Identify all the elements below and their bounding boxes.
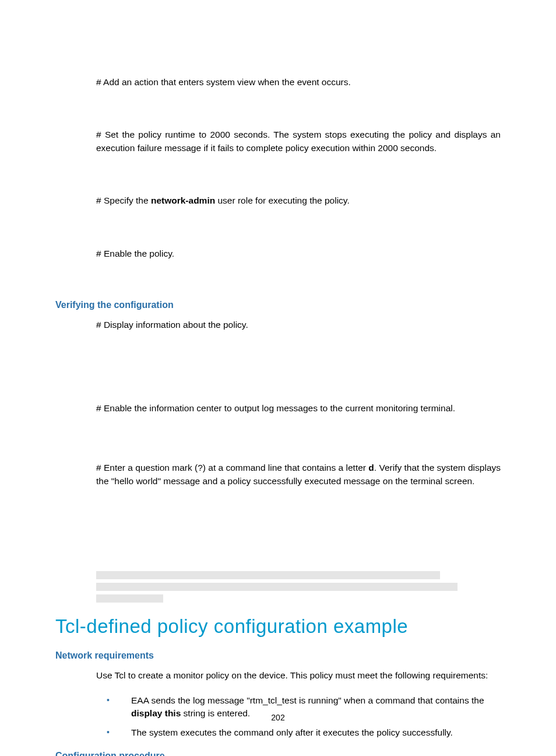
redacted-content-block [96,571,501,603]
step-enable-policy: # Enable the policy. [96,247,501,260]
heading-verifying-config: Verifying the configuration [55,300,501,310]
step-verify-question: # Enter a question mark (?) at a command… [96,461,501,488]
redacted-line [96,583,458,591]
bold-network-admin: network-admin [151,195,215,205]
step-set-runtime: # Set the policy runtime to 2000 seconds… [96,128,501,155]
text: user role for executing the policy. [215,195,350,205]
heading-network-requirements: Network requirements [55,650,501,661]
heading-tcl-defined-policy: Tcl-defined policy configuration example [55,615,501,638]
text: # Enter a question mark (?) at a command… [96,463,368,473]
text: EAA sends the log message "rtm_tcl_test … [131,695,484,705]
step-enable-info-center: # Enable the information center to outpu… [96,402,501,415]
step-add-action: # Add an action that enters system view … [96,76,501,89]
bold-d: d [368,463,374,473]
list-item: The system executes the command only aft… [96,726,501,739]
step-specify-role: # Specify the network-admin user role fo… [96,194,501,207]
text: # Specify the [96,195,151,205]
redacted-line [96,594,163,603]
step-display-info: # Display information about the policy. [96,318,501,331]
heading-config-procedure: Configuration procedure [55,751,501,756]
redacted-line [96,571,440,579]
page-number: 202 [0,713,556,722]
para-use-tcl: Use Tcl to create a monitor policy on th… [96,669,501,682]
